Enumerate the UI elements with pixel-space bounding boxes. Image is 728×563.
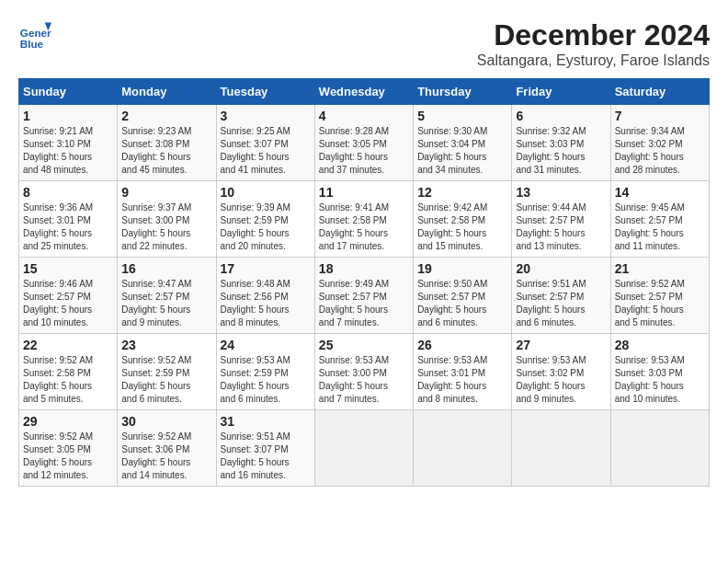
subtitle: Saltangara, Eysturoy, Faroe Islands (477, 52, 710, 69)
day-info: Sunrise: 9:41 AM Sunset: 2:58 PM Dayligh… (319, 201, 409, 253)
calendar-cell: 26Sunrise: 9:53 AM Sunset: 3:01 PM Dayli… (414, 334, 512, 410)
calendar-cell: 15Sunrise: 9:46 AM Sunset: 2:57 PM Dayli… (19, 258, 118, 334)
day-info: Sunrise: 9:25 AM Sunset: 3:07 PM Dayligh… (221, 125, 311, 177)
day-info: Sunrise: 9:28 AM Sunset: 3:05 PM Dayligh… (319, 125, 409, 177)
day-number: 6 (516, 109, 606, 123)
calendar-cell: 24Sunrise: 9:53 AM Sunset: 2:59 PM Dayli… (216, 334, 314, 410)
calendar-cell: 16Sunrise: 9:47 AM Sunset: 2:57 PM Dayli… (118, 258, 216, 334)
day-number: 22 (23, 338, 113, 352)
day-number: 13 (516, 185, 606, 200)
day-info: Sunrise: 9:53 AM Sunset: 2:59 PM Dayligh… (221, 354, 311, 406)
day-number: 8 (23, 185, 113, 200)
day-number: 5 (417, 109, 507, 123)
day-info: Sunrise: 9:36 AM Sunset: 3:01 PM Dayligh… (23, 201, 113, 253)
day-number: 15 (23, 261, 113, 276)
calendar-cell: 22Sunrise: 9:52 AM Sunset: 2:58 PM Dayli… (19, 334, 118, 410)
day-info: Sunrise: 9:53 AM Sunset: 3:00 PM Dayligh… (319, 354, 409, 406)
calendar-week-5: 29Sunrise: 9:52 AM Sunset: 3:05 PM Dayli… (19, 410, 710, 487)
calendar-cell: 25Sunrise: 9:53 AM Sunset: 3:00 PM Dayli… (314, 334, 413, 410)
day-info: Sunrise: 9:23 AM Sunset: 3:08 PM Dayligh… (121, 125, 211, 177)
day-info: Sunrise: 9:52 AM Sunset: 3:05 PM Dayligh… (23, 431, 113, 482)
calendar-cell: 30Sunrise: 9:52 AM Sunset: 3:06 PM Dayli… (118, 410, 216, 487)
calendar-week-3: 15Sunrise: 9:46 AM Sunset: 2:57 PM Dayli… (19, 258, 710, 334)
calendar-cell: 3Sunrise: 9:25 AM Sunset: 3:07 PM Daylig… (216, 105, 314, 181)
day-number: 28 (615, 338, 705, 352)
day-info: Sunrise: 9:47 AM Sunset: 2:57 PM Dayligh… (121, 278, 211, 329)
calendar-week-2: 8Sunrise: 9:36 AM Sunset: 3:01 PM Daylig… (19, 181, 710, 258)
svg-text:Blue: Blue (20, 38, 44, 50)
calendar-cell: 11Sunrise: 9:41 AM Sunset: 2:58 PM Dayli… (314, 181, 413, 258)
day-number: 31 (221, 414, 311, 429)
title-section: December 2024 Saltangara, Eysturoy, Faro… (477, 18, 710, 69)
day-number: 23 (121, 338, 211, 352)
day-number: 1 (23, 109, 113, 123)
calendar-cell: 31Sunrise: 9:51 AM Sunset: 3:07 PM Dayli… (216, 410, 314, 487)
logo: General Blue (18, 18, 51, 52)
calendar-cell: 27Sunrise: 9:53 AM Sunset: 3:02 PM Dayli… (512, 334, 610, 410)
calendar-cell: 7Sunrise: 9:34 AM Sunset: 3:02 PM Daylig… (610, 105, 709, 181)
calendar-cell: 21Sunrise: 9:52 AM Sunset: 2:57 PM Dayli… (610, 258, 709, 334)
calendar-cell (314, 410, 413, 487)
day-number: 11 (319, 185, 409, 200)
day-number: 16 (121, 261, 211, 276)
day-number: 10 (221, 185, 311, 200)
calendar-cell: 20Sunrise: 9:51 AM Sunset: 2:57 PM Dayli… (512, 258, 610, 334)
day-number: 4 (319, 109, 409, 123)
calendar-cell: 28Sunrise: 9:53 AM Sunset: 3:03 PM Dayli… (610, 334, 709, 410)
day-info: Sunrise: 9:45 AM Sunset: 2:57 PM Dayligh… (615, 201, 705, 253)
calendar-week-4: 22Sunrise: 9:52 AM Sunset: 2:58 PM Dayli… (19, 334, 710, 410)
day-number: 3 (221, 109, 311, 123)
day-number: 17 (221, 261, 311, 276)
calendar-cell: 19Sunrise: 9:50 AM Sunset: 2:57 PM Dayli… (414, 258, 512, 334)
calendar-cell: 5Sunrise: 9:30 AM Sunset: 3:04 PM Daylig… (414, 105, 512, 181)
day-number: 26 (417, 338, 507, 352)
day-info: Sunrise: 9:50 AM Sunset: 2:57 PM Dayligh… (417, 278, 507, 329)
day-info: Sunrise: 9:42 AM Sunset: 2:58 PM Dayligh… (417, 201, 507, 253)
day-number: 29 (23, 414, 113, 429)
day-info: Sunrise: 9:53 AM Sunset: 3:01 PM Dayligh… (417, 354, 507, 406)
day-info: Sunrise: 9:44 AM Sunset: 2:57 PM Dayligh… (516, 201, 606, 253)
day-info: Sunrise: 9:48 AM Sunset: 2:56 PM Dayligh… (221, 278, 311, 329)
main-title: December 2024 (477, 18, 710, 52)
calendar-header: SundayMondayTuesdayWednesdayThursdayFrid… (19, 79, 710, 105)
calendar-cell: 6Sunrise: 9:32 AM Sunset: 3:03 PM Daylig… (512, 105, 610, 181)
day-number: 21 (615, 261, 705, 276)
logo-icon: General Blue (18, 18, 51, 52)
day-info: Sunrise: 9:32 AM Sunset: 3:03 PM Dayligh… (516, 125, 606, 177)
day-info: Sunrise: 9:21 AM Sunset: 3:10 PM Dayligh… (23, 125, 113, 177)
calendar-cell: 13Sunrise: 9:44 AM Sunset: 2:57 PM Dayli… (512, 181, 610, 258)
day-info: Sunrise: 9:52 AM Sunset: 3:06 PM Dayligh… (121, 431, 211, 482)
calendar-cell: 4Sunrise: 9:28 AM Sunset: 3:05 PM Daylig… (314, 105, 413, 181)
day-info: Sunrise: 9:51 AM Sunset: 2:57 PM Dayligh… (516, 278, 606, 329)
weekday-header-sunday: Sunday (19, 79, 118, 105)
calendar-cell: 9Sunrise: 9:37 AM Sunset: 3:00 PM Daylig… (118, 181, 216, 258)
calendar-cell: 23Sunrise: 9:52 AM Sunset: 2:59 PM Dayli… (118, 334, 216, 410)
calendar-cell: 12Sunrise: 9:42 AM Sunset: 2:58 PM Dayli… (414, 181, 512, 258)
day-info: Sunrise: 9:52 AM Sunset: 2:57 PM Dayligh… (615, 278, 705, 329)
calendar-cell (414, 410, 512, 487)
calendar-body: 1Sunrise: 9:21 AM Sunset: 3:10 PM Daylig… (19, 105, 710, 487)
calendar-week-1: 1Sunrise: 9:21 AM Sunset: 3:10 PM Daylig… (19, 105, 710, 181)
day-number: 2 (121, 109, 211, 123)
day-number: 19 (417, 261, 507, 276)
calendar-cell: 10Sunrise: 9:39 AM Sunset: 2:59 PM Dayli… (216, 181, 314, 258)
day-number: 20 (516, 261, 606, 276)
day-number: 18 (319, 261, 409, 276)
calendar-cell: 14Sunrise: 9:45 AM Sunset: 2:57 PM Dayli… (610, 181, 709, 258)
calendar-cell: 17Sunrise: 9:48 AM Sunset: 2:56 PM Dayli… (216, 258, 314, 334)
weekday-header-saturday: Saturday (610, 79, 709, 105)
day-number: 27 (516, 338, 606, 352)
day-info: Sunrise: 9:53 AM Sunset: 3:02 PM Dayligh… (516, 354, 606, 406)
day-number: 30 (121, 414, 211, 429)
day-info: Sunrise: 9:52 AM Sunset: 2:58 PM Dayligh… (23, 354, 113, 406)
day-info: Sunrise: 9:46 AM Sunset: 2:57 PM Dayligh… (23, 278, 113, 329)
weekday-header-monday: Monday (118, 79, 216, 105)
day-info: Sunrise: 9:34 AM Sunset: 3:02 PM Dayligh… (615, 125, 705, 177)
calendar-cell (512, 410, 610, 487)
weekday-header-row: SundayMondayTuesdayWednesdayThursdayFrid… (19, 79, 710, 105)
day-info: Sunrise: 9:52 AM Sunset: 2:59 PM Dayligh… (121, 354, 211, 406)
day-number: 14 (615, 185, 705, 200)
day-number: 12 (417, 185, 507, 200)
day-number: 25 (319, 338, 409, 352)
weekday-header-wednesday: Wednesday (314, 79, 413, 105)
